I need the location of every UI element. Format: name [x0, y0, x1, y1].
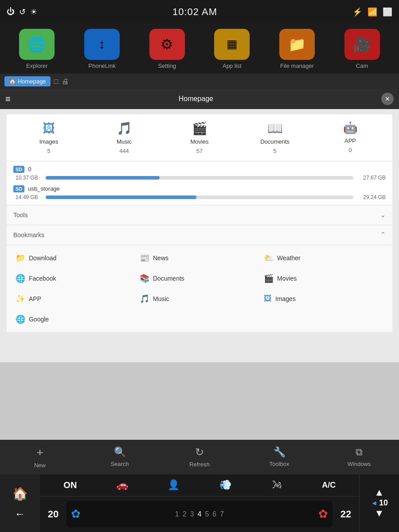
wifi-icon: 📶 — [368, 7, 377, 17]
bookmark-app[interactable]: ✨ APP — [13, 290, 137, 307]
climate-on-button[interactable]: ON — [44, 480, 96, 490]
bookmarks-app-icon: ✨ — [16, 294, 25, 304]
power-icon[interactable]: ⏻ — [7, 7, 15, 16]
browser-toolbar: ≡ Homepage ✕ — [0, 89, 399, 109]
bookmarks-images-icon: 🖼 — [264, 294, 272, 303]
status-bar: ⏻ ↺ ☀ 10:02 AM ⚡ 📶 ⬜ — [0, 0, 399, 24]
volume-down-button[interactable]: ▼ — [375, 508, 384, 519]
on-label: ON — [63, 480, 77, 490]
tab-new-window-icon[interactable]: □ — [54, 78, 59, 86]
bookmark-documents[interactable]: 📚 Documents — [137, 270, 262, 287]
media-item-movies[interactable]: 🎬 Movies 57 — [162, 121, 237, 154]
main-layout: ⏻ ↺ ☀ 10:02 AM ⚡ 📶 ⬜ 🌐 Explorer ↕ PhoneL… — [0, 0, 399, 532]
app-phonelink[interactable]: ↕ PhoneLink — [84, 29, 120, 69]
app-media-label: APP — [344, 137, 356, 144]
home-button[interactable]: 🏠 — [12, 486, 28, 501]
nav-toolbox[interactable]: 🔧 Toolbox — [239, 440, 319, 474]
fan-numbers: 1 2 3 4 5 6 7 — [175, 510, 224, 518]
brightness-icon[interactable]: ☀ — [30, 7, 37, 17]
documents-label: Documents — [260, 138, 289, 145]
media-item-music[interactable]: 🎵 Music 444 — [86, 121, 162, 154]
setting-icon: ⚙ — [149, 29, 185, 60]
volume-up-button[interactable]: ▲ — [375, 487, 384, 498]
storage-used-0: 10.37 GB — [16, 175, 42, 181]
nav-new[interactable]: + New — [0, 440, 80, 474]
tab-home-icon: 🏠 — [9, 78, 16, 85]
tab-print-icon[interactable]: 🖨 — [62, 78, 69, 86]
nav-windows[interactable]: ⧉ Windows — [319, 440, 399, 474]
fan-num-7[interactable]: 7 — [220, 510, 224, 518]
windows-label: Windows — [348, 461, 371, 467]
bookmark-movies[interactable]: 🎬 Movies — [262, 270, 386, 287]
climate-ac-button[interactable]: A/C — [303, 481, 355, 490]
nav-refresh[interactable]: ↻ Refresh — [160, 440, 239, 474]
bookmarks-app-label: APP — [29, 295, 41, 302]
gray-area — [0, 362, 399, 440]
app-media-count: 0 — [348, 147, 352, 153]
bookmark-download[interactable]: 📁 Download — [13, 250, 137, 266]
media-item-images[interactable]: 🖼 Images 5 — [11, 121, 86, 154]
app-bar: 🌐 Explorer ↕ PhoneLink ⚙ Setting ▦ App l… — [0, 24, 399, 74]
bookmark-google[interactable]: 🌐 Google — [13, 311, 137, 328]
climate-car-icon[interactable]: 🚗 — [96, 479, 148, 491]
storage-used-usb: 14.49 GB — [16, 194, 42, 200]
bookmarks-header[interactable]: Bookmarks ⌃ — [7, 225, 392, 245]
explorer-label: Explorer — [26, 63, 47, 69]
music-icon: 🎵 — [117, 121, 132, 136]
app-filemanager[interactable]: 📁 File manager — [279, 29, 315, 69]
media-item-app[interactable]: 🤖 APP 0 — [313, 121, 388, 154]
bookmarks-section: Bookmarks ⌃ 📁 Download 📰 News ⛅ Weather — [7, 225, 392, 332]
media-item-documents[interactable]: 📖 Documents 5 — [237, 121, 313, 154]
fan-num-6[interactable]: 6 — [212, 510, 216, 518]
app-applist[interactable]: ▦ App list — [214, 29, 250, 69]
active-tab[interactable]: 🏠 Homepage — [4, 76, 51, 86]
storage-bar-bg-0 — [46, 176, 353, 180]
climate-wind-icon[interactable]: 💨 — [200, 479, 251, 491]
fan-num-1[interactable]: 1 — [175, 510, 179, 518]
weather-icon: ⛅ — [264, 253, 274, 263]
movies-icon: 🎬 — [192, 121, 207, 136]
menu-icon[interactable]: ≡ — [5, 94, 11, 104]
bookmark-facebook[interactable]: 🌐 Facebook — [13, 270, 137, 287]
bookmarks-label: Bookmarks — [13, 231, 44, 239]
storage-item-usb: SD usb_storage 14.49 GB 29.24 GB — [13, 185, 386, 200]
car-climate-controls: ON 🚗 👤 💨 🌬 A/C 20 — [40, 474, 359, 532]
tools-section[interactable]: Tools ⌄ — [7, 205, 392, 225]
facebook-label: Facebook — [29, 275, 56, 282]
back-button[interactable]: ← — [15, 508, 25, 520]
climate-top: ON 🚗 👤 💨 🌬 A/C — [40, 474, 359, 497]
climate-person-icon[interactable]: 👤 — [148, 479, 200, 491]
news-label: News — [153, 254, 168, 262]
bookmark-weather[interactable]: ⛅ Weather — [262, 250, 386, 266]
fan-display: ✿ 1 2 3 4 5 6 7 ✿ — [66, 501, 332, 528]
left-temp: 20 — [44, 509, 62, 520]
images-label: Images — [39, 138, 59, 145]
browser-area: ≡ Homepage ✕ 🖼 Images 5 🎵 Music 444 — [0, 89, 399, 362]
storage-item-0: SD 0 10.37 GB 27.67 GB — [13, 166, 386, 181]
download-icon: 📁 — [16, 253, 25, 263]
fan-num-2[interactable]: 2 — [183, 510, 187, 518]
fan-num-4[interactable]: 4 — [198, 510, 202, 518]
storage-total-0: 27.67 GB — [357, 175, 386, 181]
defrost-icon: 🌬 — [272, 479, 282, 491]
bookmark-news[interactable]: 📰 News — [137, 250, 262, 266]
car-controls: 🏠 ← ON 🚗 👤 💨 🌬 — [0, 474, 399, 532]
close-button[interactable]: ✕ — [381, 93, 394, 105]
setting-label: Setting — [158, 63, 176, 69]
nav-search[interactable]: 🔍 Search — [80, 440, 160, 474]
fan-num-5[interactable]: 5 — [205, 510, 209, 518]
images-icon: 🖼 — [43, 121, 55, 136]
app-setting[interactable]: ⚙ Setting — [149, 29, 185, 69]
bookmark-music[interactable]: 🎵 Music — [137, 290, 262, 307]
music-count: 444 — [119, 148, 129, 154]
car-right-controls: ▲ ◄ 10 ▼ — [359, 474, 399, 532]
storage-bar-fill-usb — [46, 196, 196, 199]
storage-name-0: 0 — [28, 166, 31, 172]
climate-defrost-icon[interactable]: 🌬 — [251, 479, 303, 491]
bookmark-images[interactable]: 🖼 Images — [262, 290, 386, 307]
movies-count: 57 — [196, 148, 203, 154]
app-cam[interactable]: 🎥 Cam — [344, 29, 380, 69]
fan-num-3[interactable]: 3 — [190, 510, 194, 518]
app-explorer[interactable]: 🌐 Explorer — [19, 29, 55, 69]
loop-icon[interactable]: ↺ — [19, 7, 26, 17]
